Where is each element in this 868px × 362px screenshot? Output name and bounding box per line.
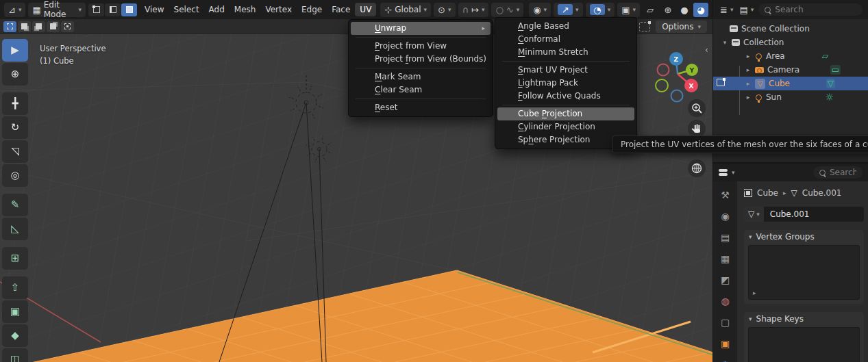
tool-scale[interactable]: ◹ xyxy=(2,140,28,163)
vertex-select-mode-button[interactable] xyxy=(88,3,104,16)
tab-modifiers[interactable]: ⚙ xyxy=(715,359,736,362)
tool-select-box[interactable]: ▶ xyxy=(2,39,28,62)
outliner-editor-selector[interactable]: ≣ ▾ xyxy=(719,3,734,17)
outliner-search-input[interactable] xyxy=(775,5,856,14)
chevron-right-icon[interactable]: ▸ xyxy=(745,66,752,73)
menu-item-lightmap-pack[interactable]: Lightmap Pack xyxy=(497,77,634,90)
list-grip-icon[interactable]: ▸ xyxy=(753,289,756,296)
menu-view[interactable]: View xyxy=(140,3,169,16)
menu-item-conformal[interactable]: Conformal xyxy=(497,33,634,46)
wireframe-shading-button[interactable]: ⊕ xyxy=(660,3,675,17)
menu-vertex[interactable]: Vertex xyxy=(260,3,297,16)
menu-face[interactable]: Face xyxy=(327,3,355,16)
options-button[interactable]: Options ▾ xyxy=(656,21,707,33)
select-mode-intersect-button[interactable] xyxy=(61,21,74,32)
select-mode-new-button[interactable] xyxy=(3,21,16,32)
mode-selector[interactable]: ▦ Edit Mode ▾ xyxy=(28,3,86,17)
vertex-groups-list[interactable]: ▸ xyxy=(748,245,860,300)
material-preview-shading-button[interactable]: ◕ xyxy=(693,3,708,17)
proportional-edit-icon[interactable]: ○ xyxy=(495,5,503,14)
menu-item-reset[interactable]: Reset xyxy=(351,101,491,114)
show-gizmo-control[interactable]: ↗ ▾ xyxy=(554,3,583,17)
perspective-toggle-button[interactable] xyxy=(688,159,706,177)
properties-editor-icon[interactable] xyxy=(719,169,728,176)
tab-tool[interactable]: ⚒ xyxy=(715,190,736,201)
proportional-edit-controls[interactable]: ○ ∿ ▾ xyxy=(491,3,523,17)
sun-data-icon[interactable]: ☼ xyxy=(825,92,834,103)
tab-collection[interactable]: ▢ xyxy=(715,317,736,328)
shape-keys-list[interactable] xyxy=(748,327,860,362)
tool-extrude-region[interactable]: ⇧ xyxy=(2,276,28,299)
outliner-item-collection[interactable]: ▾ Collection xyxy=(713,36,868,49)
tool-measure[interactable]: ◺ xyxy=(2,218,28,240)
breadcrumb-data[interactable]: Cube.001 xyxy=(802,188,842,198)
tool-transform[interactable]: ◎ xyxy=(2,164,28,187)
breadcrumb-object[interactable]: Cube xyxy=(757,188,778,198)
mesh-id-selector[interactable]: ▽ ▾ xyxy=(744,207,764,222)
properties-search-input[interactable] xyxy=(830,168,856,177)
menu-item-project-from-view-bounds-[interactable]: Project from View (Bounds) xyxy=(351,53,491,66)
show-overlays-control[interactable]: ◔ ▾ xyxy=(586,3,615,17)
tab-view-layer[interactable]: ▦ xyxy=(715,253,736,264)
menu-edge[interactable]: Edge xyxy=(297,3,327,16)
magnet-icon[interactable]: ∩ xyxy=(462,5,469,14)
select-mode-invert-button[interactable] xyxy=(47,21,60,32)
solid-shading-button[interactable]: ● xyxy=(677,3,692,17)
menu-add[interactable]: Add xyxy=(204,3,230,16)
outliner-item-scene-collection[interactable]: Scene Collection xyxy=(713,22,868,36)
tool-add-cube[interactable]: ⊞ xyxy=(2,247,28,270)
light-empty-wireframes[interactable] xyxy=(289,86,332,162)
axis-minus-x-handle[interactable] xyxy=(658,64,669,76)
tool-annotate[interactable]: ✎ xyxy=(2,194,28,216)
menu-item-mark-seam[interactable]: Mark Seam xyxy=(351,70,491,83)
editor-type-selector[interactable]: ⊿ ▾ xyxy=(4,3,25,17)
selectability-visibility-control[interactable]: ◉ ▾ xyxy=(529,3,551,17)
menu-item-cylinder-projection[interactable]: Cylinder Projection xyxy=(497,120,634,133)
menu-item-minimum-stretch[interactable]: Minimum Stretch xyxy=(497,46,634,59)
vertex-groups-header[interactable]: ▾ Vertex Groups xyxy=(744,230,864,244)
axis-minus-y-handle[interactable] xyxy=(656,79,668,92)
tab-object[interactable]: ▣ xyxy=(715,338,736,349)
chevron-down-icon[interactable]: ▾ xyxy=(721,39,728,46)
transform-orientation-selector[interactable]: ⊹ Global ▾ xyxy=(380,3,431,17)
properties-search[interactable] xyxy=(813,166,863,179)
chevron-right-icon[interactable]: ▸ xyxy=(745,53,752,60)
navigation-gizmo[interactable]: Z Y X xyxy=(647,41,710,104)
mesh-name-field[interactable]: Cube.001 xyxy=(764,207,864,222)
menu-item-follow-active-quads[interactable]: Follow Active Quads xyxy=(497,90,634,103)
pivot-point-selector[interactable]: ⊙ ▾ xyxy=(434,3,455,17)
tool-rotate[interactable]: ↻ xyxy=(2,116,28,139)
area-light-data-icon[interactable]: ▱ xyxy=(822,51,828,61)
tab-render[interactable]: ◉ xyxy=(715,211,736,222)
tab-scene[interactable]: ◩ xyxy=(715,274,736,285)
face-select-mode-button[interactable] xyxy=(121,3,137,16)
edge-select-mode-button[interactable] xyxy=(105,3,121,16)
outliner-item-area[interactable]: ▸ Area ▱ xyxy=(713,49,868,63)
menu-item-clear-seam[interactable]: Clear Seam xyxy=(351,83,491,96)
tool-cursor[interactable]: ⊕ xyxy=(2,63,28,86)
menu-item-smart-uv-project[interactable]: Smart UV Project xyxy=(497,64,634,77)
menu-item-unwrap[interactable]: Unwrap▸ xyxy=(351,22,491,35)
menu-select[interactable]: Select xyxy=(169,3,204,16)
select-mode-extend-button[interactable] xyxy=(18,21,31,32)
chevron-right-icon[interactable]: ▸ xyxy=(745,80,752,87)
gizmo-extra-control[interactable]: ▣ ▾ xyxy=(617,3,640,17)
chevron-right-icon[interactable]: ▸ xyxy=(745,94,752,101)
menu-item-angle-based[interactable]: Angle Based xyxy=(497,20,634,33)
overlays-icon[interactable]: ◔ xyxy=(590,4,605,15)
tab-output[interactable]: ▤ xyxy=(715,232,736,243)
zoom-button[interactable] xyxy=(688,99,706,117)
outliner-item-sun[interactable]: ▸ Sun ☼ xyxy=(713,90,868,104)
select-mode-subtract-button[interactable] xyxy=(32,21,45,32)
camera-data-icon[interactable]: ▭ xyxy=(830,65,841,75)
menu-mesh[interactable]: Mesh xyxy=(230,3,261,16)
tool-inset-faces[interactable]: ▣ xyxy=(2,300,28,323)
tool-move[interactable]: ╋ xyxy=(2,92,28,115)
tool-loop-cut[interactable]: ◫ xyxy=(2,348,28,362)
axis-minus-z-handle[interactable] xyxy=(671,90,683,102)
outliner-display-mode[interactable]: ▤ ▾ xyxy=(738,3,755,17)
tool-bevel[interactable]: ◆ xyxy=(2,324,28,347)
xray-toggle[interactable]: ▱ xyxy=(643,3,658,17)
outliner-item-cube[interactable]: ▸ ▽ Cube ▽ xyxy=(713,77,868,90)
menu-item-cube-projection[interactable]: Cube Projection xyxy=(497,107,634,120)
